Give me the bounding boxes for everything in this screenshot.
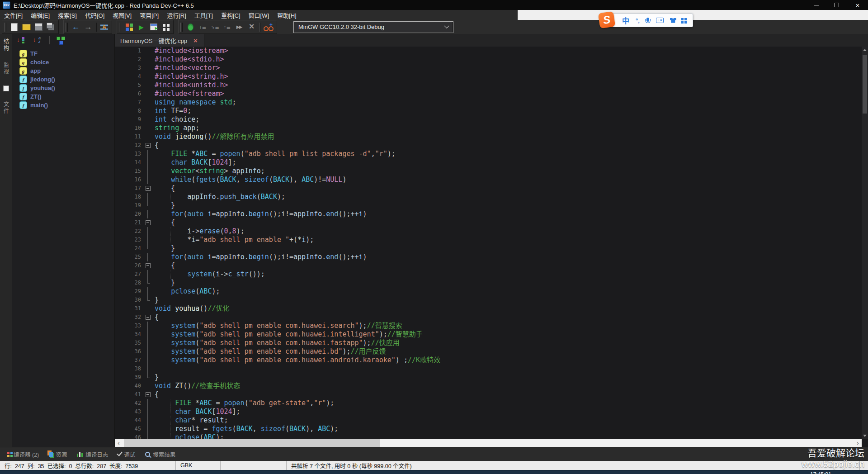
token: "r"	[375, 150, 387, 158]
sidebar-tab-2[interactable]: 文件	[2, 101, 10, 115]
code-area[interactable]: 1#include<iostream>2#include<stdio.h>3#i…	[115, 47, 862, 439]
menu-item-8[interactable]: 重构[C]	[217, 10, 245, 20]
menu-item-0[interactable]: 文件[F]	[0, 10, 27, 20]
punctuation-icon[interactable]: °,	[636, 17, 640, 24]
new-file-button[interactable]	[8, 21, 20, 33]
symbol-item[interactable]: fmain()	[19, 101, 114, 109]
red-panda-devcpp-window: DEV E:\Desktop\源码\HarmonyOS一键优化.cpp - Re…	[0, 0, 868, 474]
menu-item-2[interactable]: 搜索[S]	[54, 10, 81, 20]
menu-item-9[interactable]: 窗口[W]	[245, 10, 274, 20]
restore-button[interactable]	[826, 0, 847, 10]
step-into-button[interactable]	[209, 21, 221, 33]
symbol-item[interactable]: gchoice	[19, 58, 114, 66]
sidebar-tab-0[interactable]: 结构	[2, 38, 10, 52]
sogou-logo-icon[interactable]: S	[598, 11, 615, 28]
menu-item-3[interactable]: 代码[O]	[81, 10, 108, 20]
microphone-icon[interactable]	[646, 18, 650, 23]
token: ;	[195, 124, 199, 132]
continue-button[interactable]	[233, 21, 245, 33]
keyboard-icon[interactable]	[656, 18, 664, 23]
scroll-up-icon[interactable]	[863, 49, 867, 51]
close-button[interactable]: ×	[847, 0, 868, 10]
menu-item-4[interactable]: 视图[V]	[108, 10, 136, 20]
symbol-item[interactable]: gTF	[19, 49, 114, 58]
horizontal-scrollbar[interactable]: ‹ ›	[115, 439, 862, 447]
token: "adb shell pm enable com.huawei.intellig…	[199, 330, 379, 338]
step-out-button[interactable]	[221, 21, 233, 33]
token: fgets	[195, 175, 216, 184]
menu-item-10[interactable]: 帮助[H]	[273, 10, 301, 20]
sort-alphabetically-icon[interactable]	[33, 36, 43, 45]
chinese-mode-icon[interactable]: 中	[622, 15, 629, 26]
token: (	[216, 175, 220, 184]
compiler-select[interactable]: MinGW GCC10.2.0 32-bit Debug	[293, 21, 453, 33]
bottom-tab-compiler[interactable]: 编译器 (2)	[4, 447, 44, 461]
add-watch-button[interactable]	[262, 21, 275, 33]
code-text: vector<string> appInfo;	[153, 167, 265, 175]
save-all-button[interactable]	[45, 21, 57, 33]
step-over-button[interactable]	[197, 21, 209, 33]
scroll-down-icon[interactable]	[863, 435, 867, 437]
symbol-item[interactable]: fjiedong()	[19, 75, 114, 84]
fold-marker[interactable]	[144, 218, 153, 227]
forward-button[interactable]	[82, 21, 94, 33]
fold-marker[interactable]	[144, 184, 153, 193]
line-number: 39	[115, 373, 144, 382]
fold-marker[interactable]	[144, 261, 153, 270]
scroll-left-icon[interactable]: ‹	[115, 439, 123, 447]
stop-button[interactable]	[245, 21, 258, 33]
fold-marker[interactable]	[144, 390, 153, 399]
scroll-right-icon[interactable]: ›	[854, 439, 862, 447]
horizontal-scrollbar-thumb[interactable]	[124, 439, 380, 447]
token: //智慧助手	[387, 330, 423, 338]
skin-icon[interactable]	[670, 18, 676, 23]
bottom-tab-search-results[interactable]: 搜索结果	[140, 447, 180, 461]
symbol-item[interactable]: fyouhua()	[19, 84, 114, 92]
toolbox-icon[interactable]	[683, 19, 685, 22]
fold-marker[interactable]	[144, 141, 153, 150]
token: begin	[249, 253, 269, 261]
code-line: 36 system("adb shell pm enable com.huawe…	[115, 347, 862, 356]
run-button[interactable]	[135, 21, 147, 33]
vertical-scrollbar[interactable]	[862, 47, 868, 439]
bottom-tab-debug[interactable]: 调试	[113, 447, 140, 461]
token: ();	[269, 210, 281, 218]
token: ABC	[318, 425, 330, 433]
symbol-item[interactable]: gapp	[19, 66, 114, 75]
vertical-scrollbar-thumb[interactable]	[863, 55, 867, 114]
token: (	[245, 399, 249, 407]
editor-tab[interactable]: HarmonyOS一键优化.cpp ×	[115, 34, 204, 47]
save-button[interactable]	[33, 21, 45, 33]
token: );	[363, 339, 371, 347]
rebuild-button[interactable]	[160, 21, 172, 33]
code-line: 32{	[115, 313, 862, 322]
symbol-item[interactable]: fZT()	[19, 92, 114, 101]
format-button[interactable]	[98, 21, 110, 33]
token: #include<stdio.h>	[155, 55, 224, 63]
menu-item-1[interactable]: 编辑[E]	[27, 10, 54, 20]
line-number: 24	[115, 244, 144, 253]
bottom-tab-resources[interactable]: 资源	[44, 447, 72, 461]
menu-item-5[interactable]: 项目[P]	[136, 10, 163, 20]
sort-by-type-icon[interactable]	[17, 36, 27, 45]
debug-button[interactable]	[184, 21, 197, 33]
token	[155, 322, 171, 330]
open-button[interactable]	[20, 21, 33, 33]
toolbar-separator	[96, 23, 96, 32]
tab-close-icon[interactable]: ×	[193, 37, 198, 44]
menu-item-7[interactable]: 工具[T]	[190, 10, 217, 20]
minimize-button[interactable]	[806, 0, 826, 10]
compile-run-button[interactable]	[147, 21, 160, 33]
fold-marker[interactable]	[144, 313, 153, 322]
fold-marker	[144, 356, 153, 365]
back-button[interactable]	[70, 21, 82, 33]
sidebar-tab-1[interactable]: 监视	[2, 62, 10, 76]
code-line: 30}	[115, 296, 862, 304]
compile-button[interactable]	[123, 21, 135, 33]
fold-marker	[144, 150, 153, 158]
function-icon: f	[19, 76, 27, 83]
bottom-tab-compile-log[interactable]: 编译日志	[72, 447, 113, 461]
token: =	[195, 236, 199, 244]
menu-item-6[interactable]: 运行[R]	[163, 10, 190, 20]
show-inherited-icon[interactable]	[56, 36, 67, 45]
